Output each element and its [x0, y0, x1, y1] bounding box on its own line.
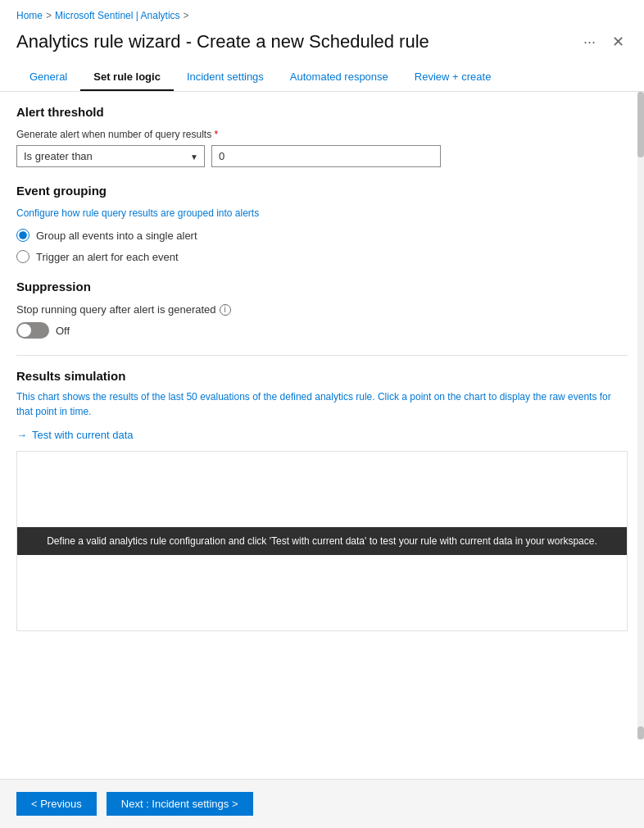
threshold-dropdown[interactable]: Is greater than Is less than Is equal to: [16, 145, 205, 167]
toggle-thumb: [18, 324, 31, 337]
alert-threshold-section: Alert threshold Generate alert when numb…: [16, 105, 628, 167]
scrollbar-thumb-bottom[interactable]: [637, 726, 644, 739]
breadcrumb-home[interactable]: Home: [16, 10, 43, 21]
breadcrumb: Home > Microsoft Sentinel | Analytics >: [0, 0, 644, 26]
footer-bar: < Previous Next : Incident settings >: [0, 779, 644, 828]
suppression-label-row: Stop running query after alert is genera…: [16, 303, 628, 316]
suppression-info-icon: i: [220, 304, 231, 316]
test-with-current-data-link[interactable]: → Test with current data: [16, 429, 628, 441]
header-icons: ··· ✕: [580, 30, 628, 54]
arrow-right-icon: →: [16, 429, 27, 441]
tab-automated-response[interactable]: Automated response: [277, 64, 401, 91]
chart-container[interactable]: Define a valid analytics rule configurat…: [16, 451, 628, 631]
radio-group-all[interactable]: Group all events into a single alert: [16, 229, 628, 242]
scrollbar-thumb-top[interactable]: [637, 92, 644, 157]
page-header: Analytics rule wizard - Create a new Sch…: [0, 26, 644, 64]
desc-part1: This chart shows the results of the: [16, 391, 166, 403]
results-sim-description: This chart shows the results of the last…: [16, 389, 628, 419]
tab-bar: General Set rule logic Incident settings…: [0, 64, 644, 92]
breadcrumb-sep2: >: [184, 10, 189, 21]
alert-threshold-label: Generate alert when number of query resu…: [16, 129, 628, 140]
suppression-title: Suppression: [16, 280, 628, 293]
tab-set-rule-logic[interactable]: Set rule logic: [80, 64, 174, 91]
results-sim-title: Results simulation: [16, 369, 628, 383]
tab-incident-settings[interactable]: Incident settings: [174, 64, 277, 91]
suppression-toggle-label: Off: [56, 325, 70, 337]
event-grouping-title: Event grouping: [16, 184, 628, 198]
radio-group-all-label: Group all events into a single alert: [36, 230, 197, 242]
event-grouping-radio-group: Group all events into a single alert Tri…: [16, 229, 628, 263]
desc-highlight: last 50 evaluations: [168, 391, 249, 403]
chart-message: Define a valid analytics rule configurat…: [17, 527, 627, 555]
tab-review-create[interactable]: Review + create: [401, 64, 505, 91]
scrollbar-track: [637, 92, 644, 739]
radio-group-all-input[interactable]: [16, 229, 29, 242]
results-simulation-section: Results simulation This chart shows the …: [16, 355, 628, 631]
previous-button[interactable]: < Previous: [16, 792, 97, 816]
test-link-label: Test with current data: [32, 429, 134, 441]
radio-trigger-each[interactable]: Trigger an alert for each event: [16, 250, 628, 263]
next-button[interactable]: Next : Incident settings >: [107, 792, 253, 816]
content-area: Alert threshold Generate alert when numb…: [0, 92, 644, 739]
radio-trigger-each-input[interactable]: [16, 250, 29, 263]
suppression-toggle-row: Off: [16, 322, 628, 339]
more-options-button[interactable]: ···: [580, 30, 599, 54]
toggle-track: [16, 322, 49, 339]
suppression-field-label: Stop running query after alert is genera…: [16, 303, 216, 316]
threshold-number-input[interactable]: [211, 145, 441, 167]
event-grouping-helper: Configure how rule query results are gro…: [16, 207, 628, 219]
suppression-toggle[interactable]: [16, 322, 49, 339]
breadcrumb-sep1: >: [46, 10, 52, 21]
required-marker: *: [214, 129, 218, 140]
radio-trigger-each-label: Trigger an alert for each event: [36, 251, 179, 263]
tab-general[interactable]: General: [16, 64, 80, 91]
close-button[interactable]: ✕: [609, 30, 628, 54]
suppression-section: Suppression Stop running query after ale…: [16, 280, 628, 339]
threshold-dropdown-wrapper: Is greater than Is less than Is equal to…: [16, 145, 205, 167]
event-grouping-section: Event grouping Configure how rule query …: [16, 184, 628, 263]
page-title: Analytics rule wizard - Create a new Sch…: [16, 31, 429, 52]
alert-threshold-title: Alert threshold: [16, 105, 628, 119]
threshold-inputs: Is greater than Is less than Is equal to…: [16, 145, 628, 167]
scroll-container: Alert threshold Generate alert when numb…: [0, 92, 644, 739]
breadcrumb-section[interactable]: Microsoft Sentinel | Analytics: [55, 10, 180, 21]
